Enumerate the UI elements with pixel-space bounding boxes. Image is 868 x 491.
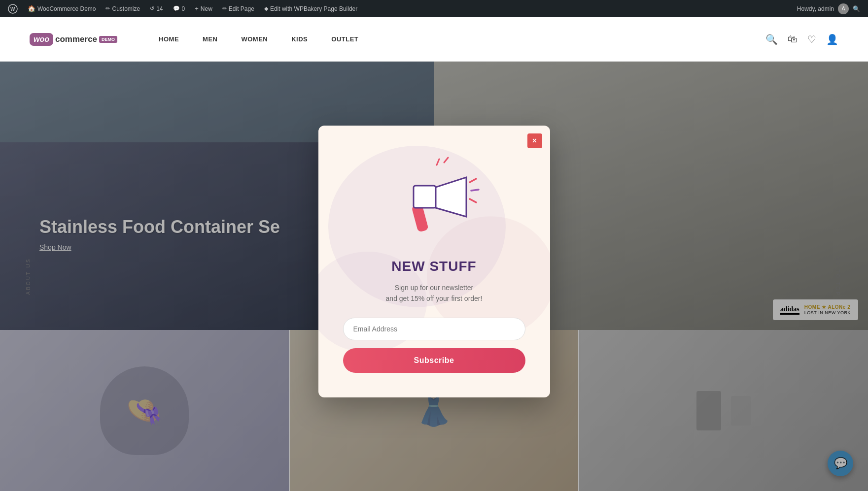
admin-bar-site-name[interactable]: 🏠 WooCommerce Demo — [24, 0, 100, 17]
admin-bar-comments[interactable]: 💬 0 — [169, 0, 189, 17]
header-icons: 🔍 🛍 ♡ 👤 — [765, 33, 838, 45]
admin-bar-new[interactable]: + New — [191, 0, 216, 17]
admin-bar-wpbakery[interactable]: ◆ Edit with WPBakery Page Builder — [260, 0, 361, 17]
admin-bar: W 🏠 WooCommerce Demo ✏ Customize ↺ 14 💬 … — [0, 0, 868, 17]
nav-item-women[interactable]: WOMEN — [229, 17, 279, 62]
nav-item-kids[interactable]: KIDS — [279, 17, 319, 62]
search-icon[interactable]: 🔍 — [765, 33, 778, 45]
popup-close-button[interactable]: × — [527, 133, 542, 148]
nav-item-men[interactable]: MEN — [191, 17, 229, 62]
admin-bar-customize[interactable]: ✏ Customize — [102, 0, 144, 17]
admin-bar-right: Howdy, admin A 🔍 — [797, 3, 864, 14]
nav-item-home[interactable]: HOME — [147, 17, 191, 62]
svg-rect-6 — [414, 186, 436, 208]
site-logo[interactable]: woo commerce DEMO — [30, 33, 117, 46]
admin-avatar: A — [838, 3, 849, 14]
popup-subtitle: Sign up for our newsletterand get 15% of… — [343, 282, 525, 304]
admin-bar-revisions[interactable]: ↺ 14 — [146, 0, 167, 17]
wishlist-icon[interactable]: ♡ — [807, 33, 816, 45]
popup-overlay: × — [0, 62, 868, 491]
subscribe-button[interactable]: Subscribe — [343, 348, 525, 373]
nav-item-outlet[interactable]: OUTLET — [319, 17, 370, 62]
popup-megaphone-icon — [343, 150, 525, 249]
svg-text:W: W — [10, 6, 15, 12]
main-content: ABOUT US GO TO TOP adidas HOME ★ ALONe 2… — [0, 62, 868, 491]
svg-marker-7 — [436, 177, 466, 217]
svg-line-10 — [470, 199, 476, 202]
admin-bar-wp-logo[interactable]: W — [4, 0, 22, 17]
svg-line-8 — [470, 179, 476, 182]
site-nav: HOME MEN WOMEN KIDS OUTLET — [147, 17, 765, 62]
admin-search-icon[interactable]: 🔍 — [853, 5, 860, 12]
svg-line-9 — [471, 190, 479, 191]
cart-icon[interactable]: 🛍 — [788, 33, 798, 45]
popup-title: NEW STUFF — [343, 259, 525, 274]
popup-modal: × — [318, 126, 550, 398]
site-header: woo commerce DEMO HOME MEN WOMEN KIDS OU… — [0, 17, 868, 62]
account-icon[interactable]: 👤 — [826, 33, 838, 45]
svg-line-11 — [437, 159, 439, 165]
svg-line-12 — [444, 158, 448, 163]
email-input[interactable] — [343, 318, 525, 340]
admin-bar-edit-page[interactable]: ✏ Edit Page — [218, 0, 258, 17]
